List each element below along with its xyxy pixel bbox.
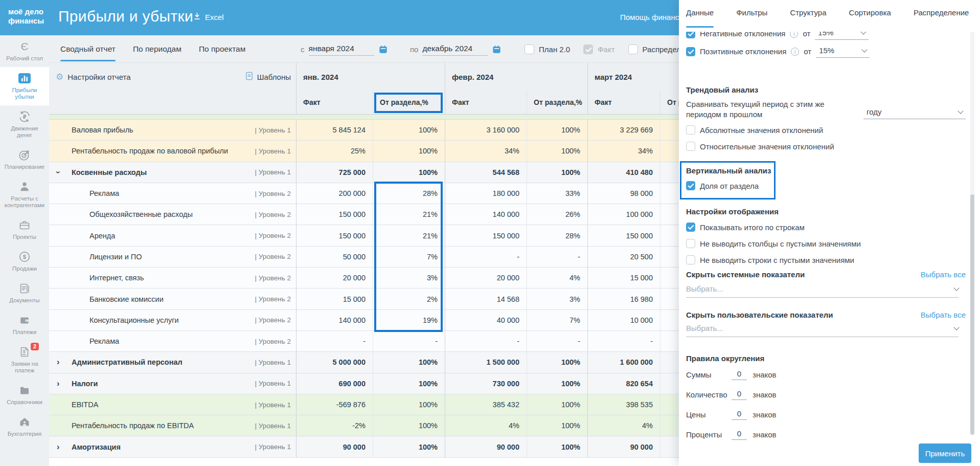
- abs-deviations-checkbox[interactable]: [686, 125, 695, 135]
- checkbox[interactable]: [628, 45, 638, 54]
- value-cell: 90 000: [445, 436, 527, 457]
- download-icon: [193, 12, 201, 22]
- report-tab-1[interactable]: По периодам: [133, 35, 181, 63]
- sidebar-item-2[interactable]: ₽Движениеденег: [0, 105, 49, 144]
- checkbox[interactable]: [525, 45, 534, 54]
- apply-button[interactable]: Применить: [919, 443, 971, 463]
- expand-chevron-icon[interactable]: ›: [57, 358, 59, 366]
- date-from-input[interactable]: января 2024: [309, 43, 374, 56]
- checkbox-label: Не выводить строки с пустыми значениями: [700, 256, 854, 264]
- checkbox[interactable]: [686, 223, 695, 232]
- rounding-digits-input[interactable]: 0: [732, 409, 747, 420]
- expand-chevron-icon[interactable]: ›: [57, 380, 59, 388]
- calendar-icon[interactable]: [492, 45, 502, 54]
- value-cell: 7%: [373, 247, 445, 267]
- excel-export-button[interactable]: Excel: [193, 12, 224, 22]
- value-cell: 100%: [373, 141, 445, 161]
- projects-icon: [18, 218, 31, 232]
- panel-tab-3[interactable]: Сортировка: [849, 8, 891, 28]
- rounding-digits-input[interactable]: 0: [732, 429, 747, 440]
- counterparties-icon: [18, 180, 31, 193]
- sidebar-item-9[interactable]: $2Заявки наплатеж: [0, 341, 49, 379]
- table-rows: Валовая прибыль| Уровень 15 845 124100%3…: [49, 120, 752, 458]
- rounding-suffix: знаков: [753, 390, 777, 399]
- sidebar-item-8[interactable]: Платежи: [0, 309, 49, 341]
- panel-tab-0[interactable]: Данные: [686, 8, 714, 28]
- checkbox[interactable]: [583, 45, 593, 54]
- month-column-feb: февр. 2024: [445, 63, 587, 91]
- hide-user-select[interactable]: Выбрать...: [686, 324, 959, 337]
- rel-deviations-checkbox[interactable]: [686, 142, 695, 151]
- panel-tab-4[interactable]: Распределение: [914, 8, 969, 28]
- value-cell: 5 845 124: [296, 120, 373, 140]
- sidebar-item-4[interactable]: Расчеты сконтрагентами: [0, 175, 49, 214]
- row-label: Банковские комиссии: [89, 295, 164, 303]
- report-tab-2[interactable]: По проектам: [199, 35, 245, 63]
- report-settings-button[interactable]: ⚙ Настройки отчета: [56, 73, 131, 81]
- value-cell: 100%: [527, 162, 587, 183]
- references-icon: [18, 384, 31, 397]
- value-cell: 150 000: [445, 225, 527, 246]
- panel-scrollbar-thumb[interactable]: [970, 194, 974, 435]
- value-cell: 15 000: [587, 268, 660, 288]
- row-label: Рентабельность продаж по валовой прибыли: [72, 147, 228, 155]
- calendar-icon[interactable]: [378, 45, 388, 54]
- hide-system-select[interactable]: Выбрать...: [686, 284, 959, 298]
- sidebar-item-5[interactable]: Проекты: [0, 214, 49, 246]
- help-link[interactable]: Помощь финансо: [620, 13, 683, 21]
- collapse-chevron-icon[interactable]: ›: [54, 171, 62, 173]
- panel-tab-2[interactable]: Структура: [790, 8, 826, 28]
- value-cell: 150 000: [587, 225, 660, 246]
- info-icon[interactable]: i: [790, 32, 798, 38]
- sidebar-item-7[interactable]: Документы: [0, 277, 49, 309]
- toolbar-checkbox-0[interactable]: План 2.0: [525, 45, 570, 54]
- value-cell: -: [527, 331, 587, 351]
- value-cell: 26%: [527, 204, 587, 225]
- checkbox[interactable]: [686, 255, 695, 264]
- value-cell: 690 000: [296, 373, 373, 394]
- accounting-icon: [18, 415, 31, 429]
- row-level: | Уровень 2: [255, 211, 296, 218]
- templates-button[interactable]: Шаблоны: [245, 72, 291, 82]
- sidebar-item-0[interactable]: ЄРабочий стол: [0, 35, 49, 67]
- table-row: Консультационные услуги| Уровень 2140 00…: [49, 310, 752, 331]
- row-name-cell: Реклама| Уровень 2: [49, 183, 296, 204]
- chevron-down-icon: [861, 32, 867, 34]
- row-label: Общехозяйственные расходы: [89, 210, 193, 218]
- toolbar-checkbox-1[interactable]: Факт: [583, 45, 614, 54]
- negative-threshold-select[interactable]: 15%: [815, 32, 869, 40]
- negative-deviations-checkbox[interactable]: [686, 32, 695, 38]
- trend-period-select[interactable]: году: [863, 106, 966, 119]
- share-of-section-checkbox[interactable]: [686, 181, 695, 190]
- sidebar-item-11[interactable]: Бухгалтерия: [0, 411, 49, 442]
- report-table: ⚙ Настройки отчета Шаблоны янв. 2024 фев…: [49, 63, 752, 466]
- row-label: Налоги: [72, 380, 98, 388]
- value-cell: 34%: [445, 141, 527, 161]
- value-cell: -2%: [296, 415, 373, 436]
- expand-chevron-icon[interactable]: ›: [57, 443, 59, 451]
- sidebar-item-10[interactable]: Справочники: [0, 379, 49, 411]
- profit-loss-icon: [18, 72, 31, 85]
- select-all-link[interactable]: Выбрать все: [921, 270, 966, 279]
- value-cell: 20 000: [296, 268, 373, 288]
- row-label: Косвенные расходы: [72, 168, 147, 176]
- checkbox[interactable]: [686, 239, 695, 248]
- date-to-input[interactable]: декабрь 2024: [422, 43, 488, 56]
- row-level: | Уровень 2: [255, 274, 296, 282]
- table-row: Общехозяйственные расходы| Уровень 2150 …: [49, 204, 752, 225]
- sidebar-item-3[interactable]: Планирование: [0, 144, 49, 175]
- row-level: | Уровень 1: [255, 380, 296, 387]
- positive-threshold-select[interactable]: 15%: [816, 45, 870, 58]
- sidebar-item-6[interactable]: $Продажи: [0, 246, 49, 277]
- value-cell: 4%: [445, 415, 527, 436]
- positive-deviations-checkbox[interactable]: [686, 47, 695, 56]
- row-level: | Уровень 2: [255, 232, 296, 239]
- rounding-digits-input[interactable]: 0: [732, 369, 747, 380]
- value-cell: 1 500 000: [445, 352, 527, 372]
- panel-tab-1[interactable]: Фильтры: [736, 8, 767, 28]
- select-all-link[interactable]: Выбрать все: [921, 310, 966, 319]
- report-tab-0[interactable]: Сводный отчет: [60, 35, 116, 63]
- info-icon[interactable]: i: [791, 48, 799, 56]
- sidebar-item-1[interactable]: Прибылиубытки: [0, 67, 49, 105]
- rounding-digits-input[interactable]: 0: [732, 389, 747, 400]
